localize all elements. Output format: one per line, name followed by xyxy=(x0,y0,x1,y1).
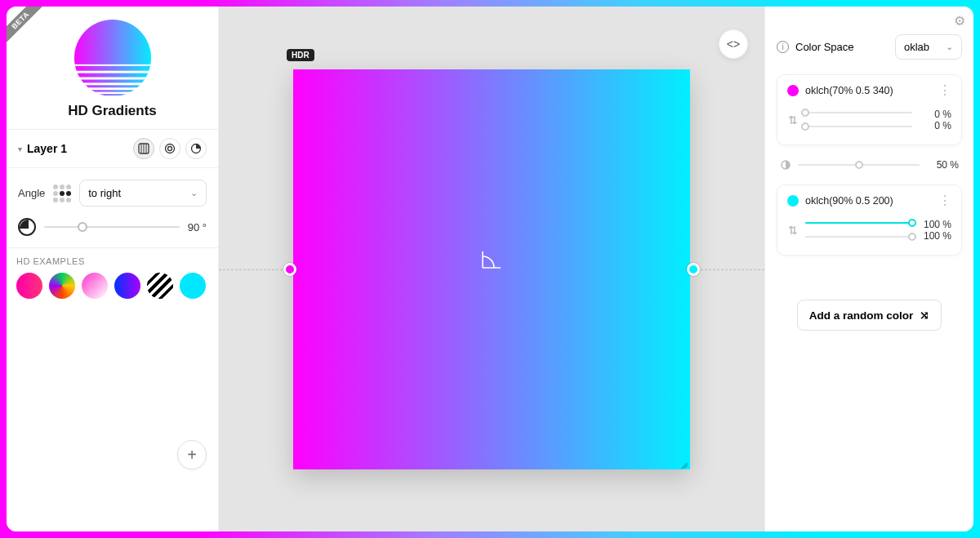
angle-label: Angle xyxy=(18,187,45,199)
stop-handle-start[interactable] xyxy=(283,263,296,276)
svg-point-13 xyxy=(168,147,172,151)
gradient-type-conic-button[interactable] xyxy=(185,138,207,159)
svg-rect-7 xyxy=(73,94,153,96)
midpoint-row: 50 % xyxy=(777,157,962,173)
stop-position-slider[interactable] xyxy=(805,231,912,242)
angle-dial[interactable] xyxy=(18,218,36,236)
add-random-color-button[interactable]: Add a random color ⤭ xyxy=(797,300,942,331)
example-swatch[interactable] xyxy=(49,273,75,299)
logo-icon xyxy=(73,18,153,98)
chevron-down-icon: ⌄ xyxy=(946,42,953,52)
color-space-value: oklab xyxy=(904,41,929,53)
direction-value: to right xyxy=(88,187,121,199)
svg-rect-5 xyxy=(73,85,153,87)
examples-title: HD EXAMPLES xyxy=(16,256,208,266)
midpoint-value: 50 % xyxy=(926,159,959,171)
svg-rect-6 xyxy=(73,90,153,91)
gradient-type-linear-button[interactable] xyxy=(133,138,154,159)
layer-controls: Angle to right ⌄ 90 ° xyxy=(7,168,218,247)
example-swatch[interactable] xyxy=(114,273,140,299)
color-space-label: Color Space xyxy=(795,41,889,53)
svg-rect-3 xyxy=(73,73,153,78)
gear-icon: ⚙ xyxy=(954,14,965,28)
hdr-badge: HDR xyxy=(287,49,314,61)
stop-color-swatch[interactable] xyxy=(787,195,799,207)
example-swatch[interactable] xyxy=(147,273,173,299)
stop-position-slider[interactable] xyxy=(805,107,912,118)
midpoint-icon xyxy=(780,159,791,171)
add-random-color-label: Add a random color xyxy=(809,309,914,322)
shuffle-icon: ⤭ xyxy=(920,309,929,322)
direction-select[interactable]: to right ⌄ xyxy=(79,180,207,207)
svg-rect-1 xyxy=(73,18,153,64)
chevron-down-icon: ▾ xyxy=(18,145,22,153)
logo-block: HD Gradients xyxy=(7,7,218,129)
link-icon[interactable]: ⇅ xyxy=(787,113,799,127)
svg-rect-4 xyxy=(73,79,153,82)
stop-color-value[interactable]: oklch(70% 0.5 340) xyxy=(805,85,932,96)
color-stop-card: oklch(90% 0.5 200) ⋮ ⇅ 100 % xyxy=(777,185,962,256)
stop-position-value: 0 % xyxy=(919,109,951,120)
canvas-area: HDR <> xyxy=(219,7,764,531)
stop-color-swatch[interactable] xyxy=(787,85,799,96)
stop-position-value: 100 % xyxy=(919,230,951,242)
layer-name: Layer 1 xyxy=(27,142,128,155)
stop-position-value: 0 % xyxy=(919,120,951,131)
resize-handle[interactable] xyxy=(680,460,688,468)
stop-position-value: 100 % xyxy=(919,219,951,230)
stop-position-slider[interactable] xyxy=(805,217,912,229)
chevron-down-icon: ⌄ xyxy=(190,188,198,198)
app-title: HD Gradients xyxy=(7,103,218,119)
examples-section: HD EXAMPLES xyxy=(7,247,218,305)
gradient-preview[interactable] xyxy=(293,69,690,469)
angle-slider[interactable] xyxy=(44,220,180,234)
color-stop-card: oklch(70% 0.5 340) ⋮ ⇅ 0 % 0 % xyxy=(777,74,962,145)
app-root: BETA xyxy=(7,7,973,531)
svg-rect-2 xyxy=(73,66,153,71)
direction-grid[interactable] xyxy=(53,185,71,202)
midpoint-slider[interactable] xyxy=(798,159,920,171)
layer-header[interactable]: ▾ Layer 1 xyxy=(7,129,218,168)
stop-color-value[interactable]: oklch(90% 0.5 200) xyxy=(805,195,932,207)
angle-value: 90 ° xyxy=(188,221,207,233)
settings-button[interactable]: ⚙ xyxy=(954,13,965,29)
stop-position-slider[interactable] xyxy=(805,121,912,132)
example-swatch[interactable] xyxy=(16,273,42,299)
code-toggle-button[interactable]: <> xyxy=(719,29,748,59)
add-layer-button[interactable]: + xyxy=(177,440,207,469)
svg-point-12 xyxy=(166,145,175,153)
left-sidebar: BETA xyxy=(7,7,219,531)
info-icon[interactable]: i xyxy=(777,41,789,53)
gradient-type-radial-button[interactable] xyxy=(159,138,180,159)
angle-indicator-icon xyxy=(481,248,502,269)
color-space-select[interactable]: oklab ⌄ xyxy=(895,34,962,60)
stop-menu-button[interactable]: ⋮ xyxy=(938,88,951,93)
example-swatch[interactable] xyxy=(180,273,206,299)
stop-menu-button[interactable]: ⋮ xyxy=(938,198,951,203)
example-swatch[interactable] xyxy=(82,273,108,299)
code-icon: <> xyxy=(727,38,740,51)
right-panel: ⚙ i Color Space oklab ⌄ oklch(70% 0.5 34… xyxy=(764,7,973,531)
link-icon[interactable]: ⇅ xyxy=(787,224,799,237)
stop-handle-end[interactable] xyxy=(687,263,700,276)
